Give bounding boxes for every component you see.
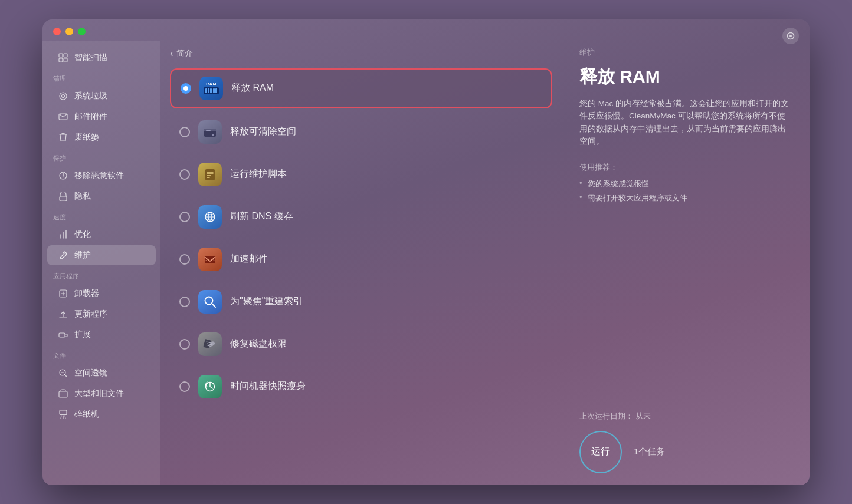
radio-flush-dns[interactable] xyxy=(179,212,190,222)
sidebar-item-system-junk[interactable]: 系统垃圾 xyxy=(47,86,156,106)
svg-rect-2 xyxy=(59,54,63,57)
menu-item-flush-dns[interactable]: 刷新 DNS 缓存 xyxy=(170,198,552,236)
sidebar-item-large-files[interactable]: 大型和旧文件 xyxy=(47,384,156,404)
sidebar-item-maintenance[interactable]: 维护 xyxy=(47,245,156,265)
trash-icon xyxy=(58,132,68,143)
sidebar-item-maintenance-label: 维护 xyxy=(74,250,91,261)
sidebar-item-large-files-label: 大型和旧文件 xyxy=(74,388,124,399)
radio-reindex-spotlight[interactable] xyxy=(179,297,190,307)
menu-item-free-space[interactable]: 释放可清除空间 xyxy=(170,113,552,151)
app-window: 智能扫描 清理 系统垃圾 xyxy=(42,19,810,485)
menu-item-repair-permissions[interactable]: 修复磁盘权限 xyxy=(170,325,552,363)
radio-time-machine[interactable] xyxy=(179,381,190,392)
menu-item-time-machine[interactable]: 时间机器快照瘦身 xyxy=(170,368,552,406)
menu-item-free-space-label: 释放可清除空间 xyxy=(230,126,296,138)
disk-icon xyxy=(198,120,222,144)
sidebar-item-uninstaller-label: 卸载器 xyxy=(74,288,99,299)
sidebar-item-updater[interactable]: 更新程序 xyxy=(47,304,156,324)
maintenance-menu-list: RAM 释放 RAM xyxy=(170,68,552,406)
svg-rect-30 xyxy=(205,169,215,180)
svg-rect-4 xyxy=(59,58,63,62)
bottom-action-bar: 运行 1个任务 xyxy=(579,431,792,473)
sidebar-item-malware[interactable]: 移除恶意软件 xyxy=(47,166,156,186)
back-chevron-icon: ‹ xyxy=(170,48,173,59)
radio-speed-mail[interactable] xyxy=(179,254,190,265)
minimize-button[interactable] xyxy=(65,28,73,35)
large-files-icon xyxy=(58,388,68,399)
extensions-icon xyxy=(58,330,68,340)
section-clean-label: 清理 xyxy=(42,68,160,85)
sidebar-item-space-lens-label: 空间透镜 xyxy=(74,368,107,378)
back-nav-label: 简介 xyxy=(176,48,193,59)
svg-rect-39 xyxy=(205,256,215,263)
sidebar-item-privacy[interactable]: 隐私 xyxy=(47,186,156,206)
uninstaller-icon xyxy=(58,288,68,299)
radio-repair-permissions[interactable] xyxy=(179,339,190,350)
last-run-value: 从未 xyxy=(635,411,651,420)
svg-line-18 xyxy=(65,374,67,377)
menu-item-speed-mail-label: 加速邮件 xyxy=(230,253,268,265)
radio-free-space[interactable] xyxy=(179,127,190,137)
center-panel: ‹ 简介 RAM xyxy=(160,41,562,485)
back-navigation[interactable]: ‹ 简介 xyxy=(170,41,552,68)
dns-icon xyxy=(198,205,222,229)
ram-icon: RAM xyxy=(199,77,223,100)
sidebar-item-extensions[interactable]: 扩展 xyxy=(47,325,156,345)
svg-line-24 xyxy=(65,416,65,419)
sidebar-item-optimize[interactable]: 优化 xyxy=(47,225,156,245)
sidebar-item-trash[interactable]: 废纸篓 xyxy=(47,127,156,147)
sidebar-item-optimize-label: 优化 xyxy=(74,229,91,240)
menu-item-scripts-label: 运行维护脚本 xyxy=(230,168,287,180)
menu-item-free-ram[interactable]: RAM 释放 RAM xyxy=(170,68,552,108)
smart-scan-icon xyxy=(58,52,68,63)
svg-rect-10 xyxy=(60,196,67,201)
usage-item-1: 您的系统感觉很慢 xyxy=(579,179,792,189)
sidebar-item-mail-label: 邮件附件 xyxy=(74,111,107,122)
close-button[interactable] xyxy=(53,28,61,35)
menu-item-reindex-spotlight[interactable]: 为"聚焦"重建索引 xyxy=(170,283,552,321)
time-machine-icon xyxy=(198,375,222,398)
title-bar xyxy=(42,19,810,41)
right-panel-title: 释放 RAM xyxy=(579,65,792,89)
last-run-label: 上次运行日期： xyxy=(579,411,633,420)
sidebar-item-space-lens[interactable]: 空间透镜 xyxy=(47,363,156,383)
sidebar-item-mail[interactable]: 邮件附件 xyxy=(47,107,156,127)
main-content: 智能扫描 清理 系统垃圾 xyxy=(42,41,810,485)
spotlight-icon xyxy=(198,290,222,314)
sidebar-item-system-junk-label: 系统垃圾 xyxy=(74,91,107,101)
sidebar: 智能扫描 清理 系统垃圾 xyxy=(42,41,160,485)
right-panel: 维护 释放 RAM 您的 Mac 的内存经常被占满。这会让您的应用和打开的文件反… xyxy=(562,41,810,485)
system-junk-icon xyxy=(58,91,68,101)
svg-rect-16 xyxy=(59,333,65,337)
settings-button[interactable] xyxy=(782,28,799,44)
svg-rect-29 xyxy=(206,130,211,131)
sidebar-item-smart-scan[interactable]: 智能扫描 xyxy=(47,48,156,68)
mail-icon xyxy=(58,111,68,122)
svg-rect-20 xyxy=(59,391,67,397)
svg-line-22 xyxy=(61,416,61,419)
usage-label: 使用推荐： xyxy=(579,162,792,173)
privacy-icon xyxy=(58,191,68,202)
sidebar-item-smart-scan-label: 智能扫描 xyxy=(74,52,107,63)
menu-item-speed-mail[interactable]: 加速邮件 xyxy=(170,241,552,278)
menu-item-time-machine-label: 时间机器快照瘦身 xyxy=(230,380,306,393)
section-apps-label: 应用程序 xyxy=(42,266,160,283)
section-files-label: 文件 xyxy=(42,345,160,363)
sidebar-item-uninstaller[interactable]: 卸载器 xyxy=(47,284,156,304)
svg-point-14 xyxy=(64,252,65,253)
mail-speed-icon xyxy=(198,248,222,271)
sidebar-item-updater-label: 更新程序 xyxy=(74,309,107,319)
radio-free-ram[interactable] xyxy=(181,83,191,94)
menu-item-repair-label: 修复磁盘权限 xyxy=(230,338,287,350)
svg-line-43 xyxy=(212,304,215,307)
section-speed-label: 速度 xyxy=(42,207,160,224)
maximize-button[interactable] xyxy=(78,28,86,35)
traffic-lights xyxy=(53,28,86,35)
right-panel-section-label: 维护 xyxy=(579,47,792,58)
task-count-label: 1个任务 xyxy=(634,446,665,457)
menu-item-maintenance-scripts[interactable]: 运行维护脚本 xyxy=(170,156,552,193)
radio-maintenance-scripts[interactable] xyxy=(179,169,190,180)
sidebar-item-shredder[interactable]: 碎纸机 xyxy=(47,404,156,424)
updater-icon xyxy=(58,309,68,319)
run-button[interactable]: 运行 xyxy=(579,431,622,473)
